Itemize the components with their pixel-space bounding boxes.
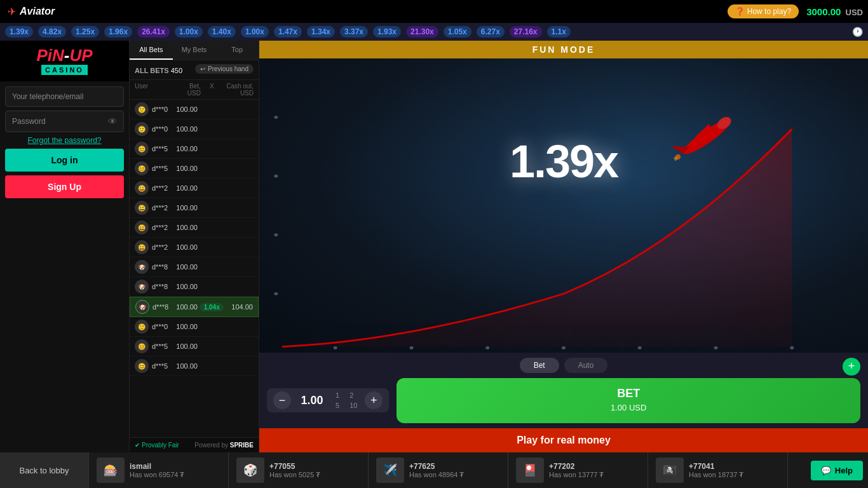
play-for-real-banner[interactable]: Play for real money	[259, 428, 868, 452]
help-button[interactable]: 💬 Help	[811, 461, 863, 480]
provably-fair[interactable]: ✔ Provably Fair	[135, 442, 179, 449]
forgot-password-link[interactable]: Forgot the password?	[5, 136, 124, 145]
avatar: 😀	[135, 240, 149, 254]
bets-columns: User Bet, USD X Cash out, USD	[130, 80, 259, 100]
bets-header: ALL BETS 450 ↩ Previous hand	[130, 60, 259, 80]
mult-item-12[interactable]: 21.30x	[406, 26, 438, 37]
tab-bet[interactable]: Bet	[520, 358, 559, 373]
checkmark-icon: ✔	[135, 442, 140, 449]
tab-auto[interactable]: Auto	[564, 358, 608, 373]
how-to-play-button[interactable]: ❓ How to play?	[728, 4, 799, 18]
bets-count: 450	[171, 67, 182, 74]
preset-2[interactable]: 2	[347, 391, 356, 400]
winner-name-0: ismail	[130, 462, 185, 471]
mult-item-16[interactable]: 1.1x	[547, 26, 571, 37]
table-row: 😀d***2100.00	[130, 198, 259, 218]
phone-email-input[interactable]: Your telephone/email	[5, 86, 124, 107]
avatar: 😊	[135, 142, 149, 156]
pin-up-logo: PiN-UP CASINO	[0, 41, 129, 81]
game-canvas: 1.39x	[259, 58, 868, 353]
previous-hand-button[interactable]: ↩ Previous hand	[195, 64, 254, 74]
mult-item-13[interactable]: 1.05x	[444, 26, 471, 37]
bet-button[interactable]: BET 1.00 USD	[397, 378, 860, 423]
login-button[interactable]: Log in	[5, 149, 124, 172]
increase-amount-button[interactable]: +	[365, 391, 383, 409]
mult-item-9[interactable]: 1.34x	[307, 26, 335, 37]
mult-item-10[interactable]: 3.37x	[340, 26, 368, 37]
bets-footer: ✔ Provably Fair Powered by SPRIBE	[130, 437, 259, 452]
mult-item-1[interactable]: 4.82x	[38, 26, 66, 37]
table-row: 😊d***5100.00	[130, 356, 259, 376]
mult-item-15[interactable]: 27.16x	[510, 26, 542, 37]
table-row: 🐶d***8100.00	[130, 277, 259, 297]
table-row: 😊d***5100.00	[130, 159, 259, 179]
winner-amount-3: Has won 13777 ₮	[549, 471, 604, 479]
svg-marker-29	[671, 137, 691, 157]
table-row: 🙂d***0100.00	[130, 317, 259, 337]
signup-button[interactable]: Sign Up	[5, 175, 124, 198]
game-area: FUN MODE	[259, 41, 868, 452]
mult-item-4[interactable]: 26.41x	[137, 26, 170, 37]
winner-name-3: +77202	[549, 462, 604, 471]
table-row: 😊d***5100.00	[130, 139, 259, 159]
table-row: 🙂d***0100.00	[130, 119, 259, 139]
table-row: 😀d***2100.00	[130, 238, 259, 257]
bet-type-tabs: Bet Auto	[267, 358, 860, 373]
winner-thumb-0: 🎰	[97, 458, 125, 483]
avatar: 😊	[135, 359, 149, 373]
preset-10[interactable]: 10	[347, 401, 360, 410]
mult-item-6[interactable]: 1.40x	[208, 26, 236, 37]
svg-point-0	[405, 58, 817, 323]
rewind-icon: ↩	[200, 65, 205, 72]
mult-item-3[interactable]: 1.96x	[104, 26, 132, 37]
tab-all-bets[interactable]: All Bets	[130, 41, 173, 60]
minus-icon: −	[279, 394, 286, 407]
aviator-logo-text: Aviator	[20, 6, 55, 17]
table-row-highlighted: 🐶d***8100.001.04x104.00	[130, 297, 259, 317]
winner-name-1: +77055	[269, 462, 320, 471]
table-row: 😀d***2100.00	[130, 218, 259, 238]
col-mult: X	[201, 83, 214, 97]
winner-item-1: 🎲 +77055 Has won 5025 ₮	[229, 452, 369, 488]
amount-control: − 1.00 1 2 5 10 +	[267, 388, 389, 412]
winner-thumb-4: 🏴‍☠️	[656, 458, 684, 483]
aviator-logo: ✈ Aviator	[8, 6, 55, 18]
tab-my-bets[interactable]: My Bets	[173, 41, 216, 60]
avatar: 😀	[135, 220, 149, 234]
mult-item-8[interactable]: 1.47x	[274, 26, 302, 37]
back-to-lobby-button[interactable]: Back to lobby	[0, 452, 89, 488]
powered-by: Powered by SPRIBE	[194, 442, 254, 449]
mult-item-14[interactable]: 6.27x	[477, 26, 505, 37]
winner-name-2: +77625	[409, 462, 465, 471]
decrease-amount-button[interactable]: −	[273, 391, 291, 409]
col-user: User	[135, 83, 174, 97]
mult-item-5[interactable]: 1.00x	[175, 26, 203, 37]
chat-icon: 💬	[821, 466, 831, 475]
bet-amount-value: 1.00	[296, 394, 328, 407]
preset-1[interactable]: 1	[333, 391, 342, 400]
avatar: 😀	[135, 181, 149, 195]
mult-item-0[interactable]: 1.39x	[5, 26, 33, 37]
avatar: 😊	[135, 161, 149, 175]
add-bet-button[interactable]: +	[843, 358, 860, 376]
mult-item-11[interactable]: 1.93x	[373, 26, 401, 37]
plus-icon: +	[370, 394, 377, 407]
aviator-plane-icon: ✈	[8, 6, 16, 18]
winner-item-2: ✈️ +77625 Has won 48964 ₮	[369, 452, 508, 488]
winner-info-4: +77041 Has won 18737 ₮	[689, 462, 744, 479]
avatar: 🙂	[135, 122, 149, 136]
preset-5[interactable]: 5	[333, 401, 342, 410]
mult-item-7[interactable]: 1.00x	[241, 26, 269, 37]
balance-display: 3000.00 USD	[806, 6, 863, 17]
avatar: 😊	[135, 339, 149, 353]
left-panel: PiN-UP CASINO Your telephone/email Passw…	[0, 41, 130, 452]
avatar: 🙂	[135, 102, 149, 116]
winner-thumb-1: 🎲	[236, 458, 264, 483]
multiplier-display: 1.39x	[510, 135, 618, 187]
password-input[interactable]: Password 👁	[5, 111, 124, 132]
avatar: 🐶	[135, 260, 149, 274]
winner-item-0: 🎰 ismail Has won 69574 ₮	[89, 452, 229, 488]
tab-top[interactable]: Top	[215, 41, 259, 60]
mult-item-2[interactable]: 1.25x	[71, 26, 99, 37]
fun-mode-banner: FUN MODE	[259, 41, 868, 58]
